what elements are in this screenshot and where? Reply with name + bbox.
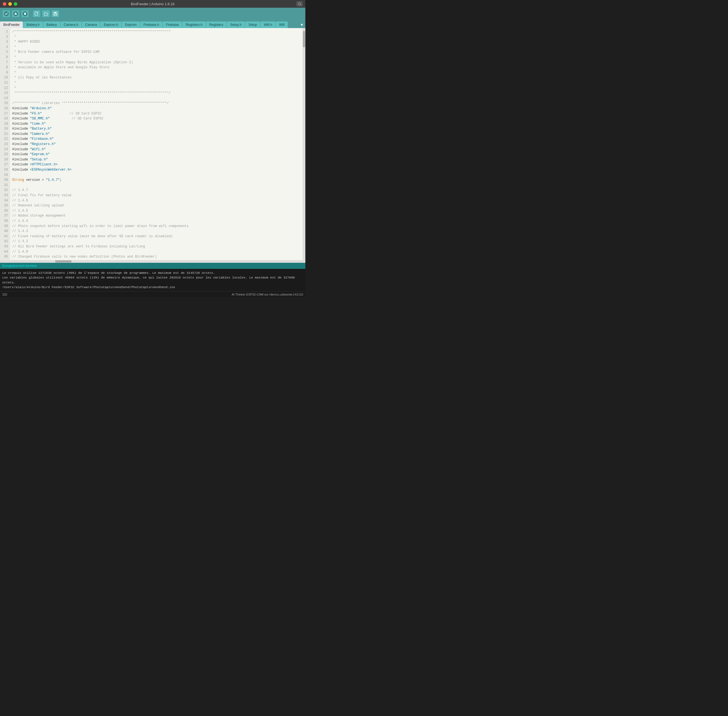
horizontal-scrollbar[interactable] bbox=[0, 260, 305, 263]
maximize-button[interactable] bbox=[14, 2, 17, 6]
status-bar: Enregistrement terminé. bbox=[0, 263, 305, 269]
svg-rect-6 bbox=[24, 13, 26, 15]
tab-birdfeeder[interactable]: BirdFeeder bbox=[0, 21, 23, 28]
tab-camera-h[interactable]: Camera.h bbox=[61, 21, 82, 28]
tabs-dropdown-button[interactable]: ▼ bbox=[298, 21, 305, 28]
tab-wifi-h[interactable]: Wifi.h bbox=[260, 21, 275, 28]
tab-registers[interactable]: Registers bbox=[206, 21, 226, 28]
search-icon[interactable] bbox=[296, 2, 302, 6]
tab-setup[interactable]: Setup bbox=[245, 21, 260, 28]
upload-button[interactable] bbox=[12, 10, 20, 18]
tab-eeprom-h[interactable]: Eeprom.h bbox=[100, 21, 122, 28]
vertical-scrollbar[interactable] bbox=[302, 28, 305, 260]
tab-wifi[interactable]: Wifi bbox=[276, 21, 288, 28]
console-area: Le croquis utilise 1271838 octets (40%) … bbox=[0, 269, 305, 291]
svg-point-2 bbox=[4, 12, 9, 16]
console-line3: /Users/alain/Arduino/Bird Feeder/ESP32 S… bbox=[2, 285, 303, 290]
editor-area: 1234567891011121314151617181920212223242… bbox=[0, 28, 305, 260]
line-number: 102 bbox=[2, 293, 7, 296]
tab-battery-h[interactable]: Battery.h bbox=[23, 21, 43, 28]
minimize-button[interactable] bbox=[8, 2, 12, 6]
scrollbar-thumb[interactable] bbox=[303, 31, 305, 47]
tab-eeprom[interactable]: Eeprom bbox=[122, 21, 140, 28]
svg-point-0 bbox=[298, 3, 300, 5]
window-controls[interactable] bbox=[3, 2, 17, 6]
open-button[interactable] bbox=[42, 10, 50, 18]
svg-rect-9 bbox=[55, 12, 56, 14]
debug-button[interactable] bbox=[21, 10, 29, 18]
titlebar: BirdFeeder | Arduino 1.8.16 bbox=[0, 0, 305, 8]
board-info: AI Thinker ESP32-CAM sur /dev/cu.usbseri… bbox=[231, 293, 303, 296]
tab-battery[interactable]: Battery bbox=[43, 21, 60, 28]
console-line2: Les variables globales utilisent 45664 o… bbox=[2, 275, 303, 285]
toolbar bbox=[0, 8, 305, 20]
svg-rect-10 bbox=[54, 14, 56, 15]
line-numbers: 1234567891011121314151617181920212223242… bbox=[0, 28, 10, 260]
tab-registers-h[interactable]: Registers.h bbox=[182, 21, 206, 28]
tab-firebase-h[interactable]: Firebase.h bbox=[140, 21, 163, 28]
svg-line-1 bbox=[300, 5, 301, 5]
new-button[interactable] bbox=[32, 10, 41, 18]
console-line1: Le croquis utilise 1271838 octets (40%) … bbox=[2, 270, 303, 275]
tab-firebase[interactable]: Firebase bbox=[163, 21, 182, 28]
status-text: Enregistrement terminé. bbox=[2, 264, 38, 268]
svg-rect-7 bbox=[35, 12, 38, 15]
scrollbar-h-thumb[interactable] bbox=[55, 260, 71, 262]
bottom-bar: 102 AI Thinker ESP32-CAM sur /dev/cu.usb… bbox=[0, 291, 305, 297]
code-content[interactable]: /***************************************… bbox=[10, 28, 302, 260]
window-title: BirdFeeder | Arduino 1.8.16 bbox=[131, 2, 175, 6]
tabs-bar: BirdFeeder Battery.h Battery Camera.h Ca… bbox=[0, 20, 305, 28]
verify-button[interactable] bbox=[2, 10, 11, 18]
tab-camera[interactable]: Camera bbox=[82, 21, 100, 28]
close-button[interactable] bbox=[3, 2, 6, 6]
tab-setup-h[interactable]: Setup.h bbox=[227, 21, 245, 28]
save-button[interactable] bbox=[51, 10, 59, 18]
